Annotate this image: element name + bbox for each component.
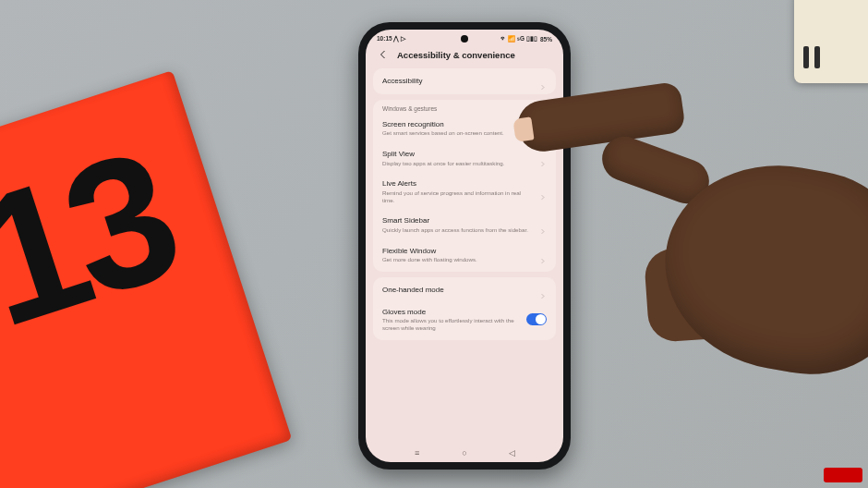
row-gloves-mode[interactable]: Gloves mode This mode allows you to effo… [373, 301, 556, 338]
row-sub: Get more done with floating windows. [382, 256, 534, 263]
row-title: Live Alerts [382, 179, 534, 189]
row-screen-recognition[interactable]: Screen recognition Get smart services ba… [373, 114, 556, 143]
chevron-right-icon [539, 78, 547, 85]
card-accessibility: Accessibility [373, 68, 556, 94]
page-header: Accessibility & convenience [366, 44, 563, 68]
row-accessibility[interactable]: Accessibility [373, 70, 556, 92]
phone-screen: 10:15 ⋀ ▷ ᯤ 📶 ₅G ▯▮▯ 85% Accessibility &… [366, 30, 563, 462]
row-sub: Display two apps at once for easier mult… [382, 160, 534, 167]
row-sub: Get smart services based on on-screen co… [382, 129, 534, 137]
chevron-right-icon [539, 287, 547, 294]
section-label: Windows & gestures [373, 102, 556, 114]
chevron-right-icon [539, 154, 547, 162]
arrow-left-icon [378, 49, 389, 60]
status-battery: 85% [540, 36, 552, 43]
row-sub: Remind you of service progress and infor… [382, 189, 534, 204]
knuckles [644, 239, 816, 343]
row-title: Gloves mode [382, 308, 521, 317]
row-title: Split View [382, 150, 534, 159]
nav-recent[interactable]: ≡ [412, 447, 423, 458]
chevron-right-icon [539, 251, 547, 259]
nav-home[interactable]: ○ [459, 447, 470, 458]
thumb [596, 130, 715, 210]
product-box: 13 [0, 70, 292, 488]
row-title: Screen recognition [382, 120, 534, 129]
row-title: Smart Sidebar [382, 216, 534, 226]
front-camera [461, 35, 468, 43]
hand [563, 55, 868, 388]
subscribe-badge [824, 468, 862, 482]
row-one-handed[interactable]: One-handed mode [373, 279, 556, 301]
palm [649, 147, 868, 389]
row-split-view[interactable]: Split View Display two apps at once for … [373, 143, 556, 173]
status-right-icons: ᯤ 📶 ₅G ▯▮▯ [500, 35, 537, 43]
page-title: Accessibility & convenience [397, 50, 515, 60]
row-title: Flexible Window [382, 247, 534, 256]
status-time: 10:15 [377, 35, 392, 42]
row-flexible-window[interactable]: Flexible Window Get more done with float… [373, 240, 556, 270]
chevron-right-icon [539, 188, 547, 195]
card-modes: One-handed mode Gloves mode This mode al… [373, 277, 556, 340]
back-button[interactable] [377, 48, 390, 61]
row-smart-sidebar[interactable]: Smart Sidebar Quickly launch apps or acc… [373, 210, 556, 239]
card-windows-gestures: Windows & gestures Screen recognition Ge… [373, 100, 556, 272]
wall-plug [794, 0, 868, 83]
phone-frame: 10:15 ⋀ ▷ ᯤ 📶 ₅G ▯▮▯ 85% Accessibility &… [358, 22, 571, 470]
row-live-alerts[interactable]: Live Alerts Remind you of service progre… [373, 173, 556, 210]
row-title: One-handed mode [382, 286, 534, 295]
row-sub: This mode allows you to effortlessly int… [382, 317, 521, 332]
status-left-icons: ⋀ ▷ [393, 35, 405, 42]
nav-back[interactable]: ◁ [506, 447, 517, 458]
row-title: Accessibility [382, 77, 534, 86]
chevron-right-icon [539, 222, 547, 229]
row-sub: Quickly launch apps or access functions … [382, 226, 534, 234]
status-left: 10:15 ⋀ ▷ [377, 35, 405, 43]
nav-bar: ≡ ○ ◁ [366, 445, 563, 462]
gloves-toggle[interactable] [526, 313, 547, 325]
chevron-right-icon [539, 125, 547, 132]
status-right: ᯤ 📶 ₅G ▯▮▯ 85% [500, 35, 553, 43]
settings-content: Accessibility Windows & gestures Screen … [366, 68, 563, 445]
